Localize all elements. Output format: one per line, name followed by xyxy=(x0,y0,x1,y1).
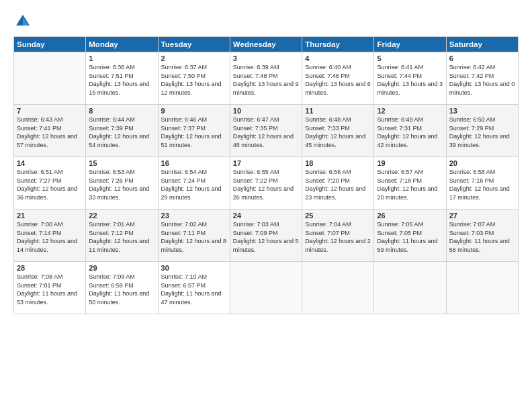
day-info: Sunrise: 7:09 AMSunset: 6:59 PMDaylight:… xyxy=(89,273,154,306)
calendar-cell: 18Sunrise: 6:56 AMSunset: 7:20 PMDayligh… xyxy=(302,157,374,210)
day-info: Sunrise: 6:44 AMSunset: 7:39 PMDaylight:… xyxy=(89,116,154,149)
day-info: Sunrise: 6:58 AMSunset: 7:16 PMDaylight:… xyxy=(449,168,515,201)
calendar-cell: 1Sunrise: 6:36 AMSunset: 7:51 PMDaylight… xyxy=(86,52,158,105)
calendar-cell xyxy=(374,262,446,314)
calendar-cell: 5Sunrise: 6:41 AMSunset: 7:44 PMDaylight… xyxy=(374,52,446,105)
day-info: Sunrise: 7:07 AMSunset: 7:03 PMDaylight:… xyxy=(449,220,515,254)
calendar-cell: 10Sunrise: 6:47 AMSunset: 7:35 PMDayligh… xyxy=(230,105,302,157)
calendar-table: SundayMondayTuesdayWednesdayThursdayFrid… xyxy=(13,36,519,314)
calendar-cell: 24Sunrise: 7:03 AMSunset: 7:09 PMDayligh… xyxy=(230,210,302,262)
header xyxy=(13,12,519,31)
day-number: 20 xyxy=(449,159,515,167)
calendar-cell: 28Sunrise: 7:08 AMSunset: 7:01 PMDayligh… xyxy=(14,262,86,314)
calendar-cell: 19Sunrise: 6:57 AMSunset: 7:18 PMDayligh… xyxy=(374,157,446,210)
calendar-cell: 4Sunrise: 6:40 AMSunset: 7:46 PMDaylight… xyxy=(302,52,374,105)
weekday-header: Tuesday xyxy=(158,37,230,52)
day-number: 29 xyxy=(89,264,154,272)
weekday-header: Monday xyxy=(86,37,158,52)
calendar-cell: 16Sunrise: 6:54 AMSunset: 7:24 PMDayligh… xyxy=(158,157,230,210)
day-info: Sunrise: 6:57 AMSunset: 7:18 PMDaylight:… xyxy=(377,168,443,201)
header-row: SundayMondayTuesdayWednesdayThursdayFrid… xyxy=(14,37,519,52)
day-number: 15 xyxy=(89,159,154,167)
calendar-cell: 20Sunrise: 6:58 AMSunset: 7:16 PMDayligh… xyxy=(446,157,518,210)
calendar-cell xyxy=(446,262,518,314)
calendar-cell: 14Sunrise: 6:51 AMSunset: 7:27 PMDayligh… xyxy=(14,157,86,210)
calendar-cell: 11Sunrise: 6:48 AMSunset: 7:33 PMDayligh… xyxy=(302,105,374,157)
day-number: 21 xyxy=(17,212,83,220)
day-number: 12 xyxy=(377,107,443,115)
calendar-cell: 30Sunrise: 7:10 AMSunset: 6:57 PMDayligh… xyxy=(158,262,230,314)
calendar-cell xyxy=(302,262,374,314)
day-number: 4 xyxy=(305,54,371,62)
calendar-week-row: 7Sunrise: 6:43 AMSunset: 7:41 PMDaylight… xyxy=(14,105,519,157)
day-info: Sunrise: 7:00 AMSunset: 7:14 PMDaylight:… xyxy=(17,220,83,254)
calendar-cell: 26Sunrise: 7:05 AMSunset: 7:05 PMDayligh… xyxy=(374,210,446,262)
day-number: 13 xyxy=(449,107,515,115)
logo-icon xyxy=(13,12,32,31)
weekday-header: Thursday xyxy=(302,37,374,52)
day-info: Sunrise: 6:37 AMSunset: 7:50 PMDaylight:… xyxy=(161,63,227,97)
day-info: Sunrise: 6:46 AMSunset: 7:37 PMDaylight:… xyxy=(161,116,227,149)
calendar-week-row: 14Sunrise: 6:51 AMSunset: 7:27 PMDayligh… xyxy=(14,157,519,210)
calendar-cell: 12Sunrise: 6:49 AMSunset: 7:31 PMDayligh… xyxy=(374,105,446,157)
day-info: Sunrise: 6:39 AMSunset: 7:48 PMDaylight:… xyxy=(233,63,299,97)
calendar-cell xyxy=(230,262,302,314)
day-number: 26 xyxy=(377,212,443,220)
day-info: Sunrise: 6:50 AMSunset: 7:29 PMDaylight:… xyxy=(449,116,515,149)
calendar-cell: 3Sunrise: 6:39 AMSunset: 7:48 PMDaylight… xyxy=(230,52,302,105)
day-info: Sunrise: 7:10 AMSunset: 6:57 PMDaylight:… xyxy=(161,273,227,306)
calendar-week-row: 21Sunrise: 7:00 AMSunset: 7:14 PMDayligh… xyxy=(14,210,519,262)
day-number: 22 xyxy=(89,212,154,220)
page: SundayMondayTuesdayWednesdayThursdayFrid… xyxy=(0,0,532,411)
day-number: 16 xyxy=(161,159,227,167)
calendar-cell xyxy=(14,52,86,105)
day-info: Sunrise: 7:01 AMSunset: 7:12 PMDaylight:… xyxy=(89,220,154,254)
weekday-header: Sunday xyxy=(14,37,86,52)
day-number: 10 xyxy=(233,107,299,115)
day-info: Sunrise: 6:41 AMSunset: 7:44 PMDaylight:… xyxy=(377,63,443,97)
day-number: 9 xyxy=(161,107,227,115)
calendar-week-row: 1Sunrise: 6:36 AMSunset: 7:51 PMDaylight… xyxy=(14,52,519,105)
day-number: 7 xyxy=(17,107,83,115)
day-number: 25 xyxy=(305,212,371,220)
logo xyxy=(13,12,35,31)
day-info: Sunrise: 7:04 AMSunset: 7:07 PMDaylight:… xyxy=(305,220,371,254)
calendar-cell: 17Sunrise: 6:55 AMSunset: 7:22 PMDayligh… xyxy=(230,157,302,210)
day-info: Sunrise: 7:02 AMSunset: 7:11 PMDaylight:… xyxy=(161,220,227,254)
day-number: 2 xyxy=(161,54,227,62)
calendar-cell: 21Sunrise: 7:00 AMSunset: 7:14 PMDayligh… xyxy=(14,210,86,262)
weekday-header: Wednesday xyxy=(230,37,302,52)
day-info: Sunrise: 6:55 AMSunset: 7:22 PMDaylight:… xyxy=(233,168,299,201)
calendar-cell: 25Sunrise: 7:04 AMSunset: 7:07 PMDayligh… xyxy=(302,210,374,262)
calendar-cell: 8Sunrise: 6:44 AMSunset: 7:39 PMDaylight… xyxy=(86,105,158,157)
day-number: 18 xyxy=(305,159,371,167)
calendar-cell: 23Sunrise: 7:02 AMSunset: 7:11 PMDayligh… xyxy=(158,210,230,262)
day-number: 28 xyxy=(17,264,83,272)
day-number: 1 xyxy=(89,54,154,62)
day-number: 6 xyxy=(449,54,515,62)
calendar-week-row: 28Sunrise: 7:08 AMSunset: 7:01 PMDayligh… xyxy=(14,262,519,314)
day-info: Sunrise: 7:05 AMSunset: 7:05 PMDaylight:… xyxy=(377,220,443,254)
day-number: 27 xyxy=(449,212,515,220)
day-info: Sunrise: 6:56 AMSunset: 7:20 PMDaylight:… xyxy=(305,168,371,201)
weekday-header: Friday xyxy=(374,37,446,52)
day-number: 3 xyxy=(233,54,299,62)
day-number: 8 xyxy=(89,107,154,115)
calendar-cell: 29Sunrise: 7:09 AMSunset: 6:59 PMDayligh… xyxy=(86,262,158,314)
day-number: 19 xyxy=(377,159,443,167)
calendar-cell: 22Sunrise: 7:01 AMSunset: 7:12 PMDayligh… xyxy=(86,210,158,262)
calendar-cell: 15Sunrise: 6:53 AMSunset: 7:26 PMDayligh… xyxy=(86,157,158,210)
day-info: Sunrise: 6:48 AMSunset: 7:33 PMDaylight:… xyxy=(305,116,371,149)
day-info: Sunrise: 7:08 AMSunset: 7:01 PMDaylight:… xyxy=(17,273,83,306)
day-info: Sunrise: 6:43 AMSunset: 7:41 PMDaylight:… xyxy=(17,116,83,149)
day-info: Sunrise: 6:49 AMSunset: 7:31 PMDaylight:… xyxy=(377,116,443,149)
calendar-cell: 2Sunrise: 6:37 AMSunset: 7:50 PMDaylight… xyxy=(158,52,230,105)
day-info: Sunrise: 6:40 AMSunset: 7:46 PMDaylight:… xyxy=(305,63,371,97)
day-info: Sunrise: 6:54 AMSunset: 7:24 PMDaylight:… xyxy=(161,168,227,201)
day-number: 14 xyxy=(17,159,83,167)
day-number: 24 xyxy=(233,212,299,220)
calendar-cell: 27Sunrise: 7:07 AMSunset: 7:03 PMDayligh… xyxy=(446,210,518,262)
day-info: Sunrise: 6:36 AMSunset: 7:51 PMDaylight:… xyxy=(89,63,154,97)
calendar-cell: 13Sunrise: 6:50 AMSunset: 7:29 PMDayligh… xyxy=(446,105,518,157)
calendar-cell: 6Sunrise: 6:42 AMSunset: 7:42 PMDaylight… xyxy=(446,52,518,105)
